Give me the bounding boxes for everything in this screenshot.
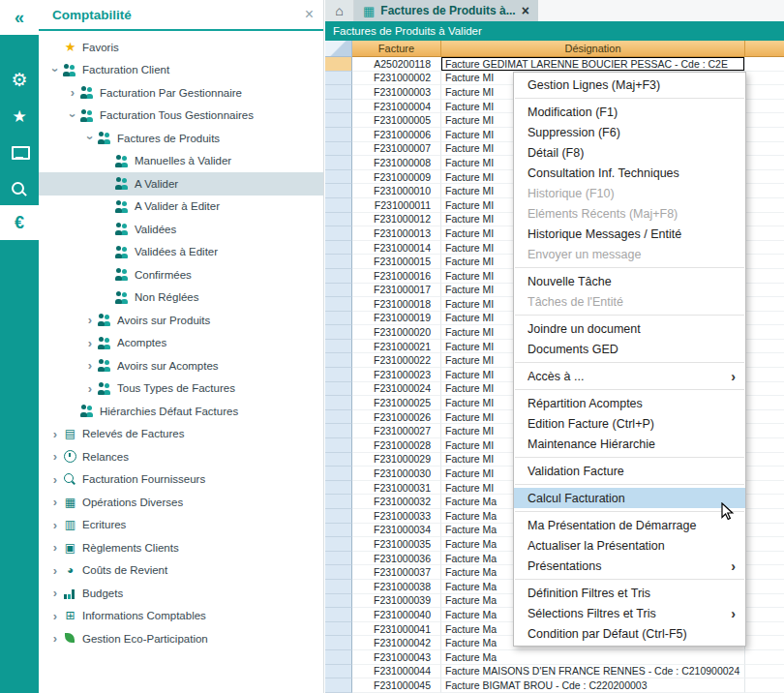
context-menu-item[interactable]: Répartition Acomptes <box>514 393 745 413</box>
tree-item[interactable]: Manuelles à Valider <box>39 150 323 173</box>
invoice-number-cell[interactable]: F231000040 <box>352 608 441 622</box>
row-selector-cell[interactable] <box>325 184 352 198</box>
chevron-icon[interactable] <box>83 381 97 396</box>
invoice-number-cell[interactable]: F231000013 <box>352 226 441 241</box>
row-selector-cell[interactable] <box>325 325 352 340</box>
context-menu-item[interactable]: Sélections Filtres et Tris <box>514 603 745 623</box>
chevron-icon[interactable] <box>48 449 62 464</box>
invoice-number-cell[interactable]: F231000038 <box>352 580 441 594</box>
settings-rail-button[interactable] <box>0 68 39 91</box>
context-menu-item[interactable]: Présentations <box>514 556 745 576</box>
invoice-number-cell[interactable]: F231000012 <box>352 213 441 227</box>
tree-item[interactable]: Facturation Tous Gestionnaires <box>39 105 323 128</box>
context-menu-item[interactable]: Calcul Facturation <box>514 488 745 508</box>
row-selector-cell[interactable] <box>325 608 352 622</box>
context-menu-item[interactable]: Tâches de l'Entité <box>514 291 745 312</box>
context-menu-item[interactable]: Consultation Inf. Techniques <box>514 163 745 183</box>
context-menu-item[interactable] <box>515 362 744 363</box>
row-selector-cell[interactable] <box>325 438 352 453</box>
tree-item[interactable]: Tous Types de Factures <box>39 377 323 401</box>
row-selector-cell[interactable] <box>325 128 352 142</box>
row-selector-cell[interactable] <box>325 622 352 637</box>
context-menu-item[interactable]: Gestion Lignes (Maj+F3) <box>514 75 745 95</box>
tree-item[interactable]: Opérations Diverses <box>39 491 323 514</box>
chevron-icon[interactable] <box>48 586 62 600</box>
row-selector-cell[interactable] <box>325 382 352 397</box>
row-selector-cell[interactable] <box>325 580 352 594</box>
context-menu-item[interactable] <box>515 511 744 512</box>
row-selector-cell[interactable] <box>325 481 352 496</box>
tree-item[interactable]: Validées <box>39 218 323 241</box>
invoice-number-cell[interactable]: F231000041 <box>352 622 441 637</box>
chevron-icon[interactable] <box>66 108 80 122</box>
invoice-number-cell[interactable]: F231000028 <box>352 438 441 453</box>
active-tab[interactable]: Factures de Produits à... <box>354 0 538 21</box>
invoice-number-cell[interactable]: F231000024 <box>352 382 441 397</box>
designation-cell[interactable]: Facture BIGMAT BROU - Cde : C220200003 <box>441 678 745 693</box>
invoice-number-cell[interactable]: F231000045 <box>352 678 441 693</box>
context-menu-item[interactable]: Envoyer un message <box>514 244 745 264</box>
row-selector-cell[interactable] <box>325 524 352 538</box>
invoice-number-cell[interactable]: F231000029 <box>352 453 441 467</box>
accounting-rail-button-active[interactable] <box>0 205 39 240</box>
invoice-number-cell[interactable]: F231000035 <box>352 537 441 552</box>
tree-item[interactable]: Coûts de Revient <box>39 559 323 583</box>
close-panel-icon[interactable] <box>305 6 314 23</box>
row-selector-cell[interactable] <box>325 142 352 157</box>
invoice-number-cell[interactable]: F231000016 <box>352 269 441 284</box>
table-row[interactable]: F231000045 Facture BIGMAT BROU - Cde : C… <box>325 678 784 693</box>
row-selector-cell[interactable] <box>325 678 352 693</box>
row-selector-cell[interactable] <box>325 552 352 566</box>
context-menu-item[interactable] <box>515 267 744 268</box>
table-row[interactable]: F231000044 Facture MAISONS D'EN FRANCE R… <box>325 665 784 679</box>
invoice-number-cell[interactable]: F231000031 <box>352 481 441 496</box>
row-selector-cell[interactable] <box>325 170 352 185</box>
invoice-number-cell[interactable]: F231000010 <box>352 184 441 198</box>
search-rail-button[interactable] <box>0 178 39 201</box>
context-menu-item[interactable]: Suppression (F6) <box>514 122 745 142</box>
tree-item[interactable]: Budgets <box>39 582 323 605</box>
row-selector-cell[interactable] <box>325 467 352 481</box>
row-selector-cell[interactable] <box>325 57 352 72</box>
row-selector-cell[interactable] <box>325 226 352 241</box>
invoice-number-cell[interactable]: F231000011 <box>352 198 441 213</box>
row-selector-cell[interactable] <box>325 113 352 128</box>
invoice-number-cell[interactable]: F231000037 <box>352 565 441 580</box>
chevron-icon[interactable] <box>48 631 62 646</box>
table-row[interactable]: A250200118 Facture GEDIMAT LARENNE BOUCI… <box>325 57 784 72</box>
invoice-number-cell[interactable]: F231000044 <box>352 665 441 679</box>
invoice-number-cell[interactable]: F231000026 <box>352 410 441 425</box>
chevron-icon[interactable] <box>48 563 62 578</box>
context-menu-item[interactable]: Joindre un document <box>514 318 745 339</box>
tree-item[interactable]: Facturation Client <box>39 59 323 82</box>
tree-item[interactable]: Relevés de Factures <box>39 423 323 446</box>
row-selector-cell[interactable] <box>325 565 352 580</box>
tree-item[interactable]: Avoirs sur Produits <box>39 309 323 332</box>
invoice-number-cell[interactable]: F231000003 <box>352 85 441 100</box>
invoice-number-cell[interactable]: F231000019 <box>352 312 441 326</box>
context-menu-item[interactable] <box>515 579 744 580</box>
row-selector-cell[interactable] <box>325 495 352 509</box>
row-selector-cell[interactable] <box>325 340 352 354</box>
row-selector-cell[interactable] <box>325 509 352 524</box>
context-menu-item[interactable]: Edition Facture (Ctrl+P) <box>514 413 745 434</box>
row-selector-cell[interactable] <box>325 312 352 326</box>
tree-item[interactable]: Règlements Clients <box>39 536 323 559</box>
tree-item[interactable]: Factures de Produits <box>39 127 323 150</box>
row-selector-cell[interactable] <box>325 650 352 665</box>
invoice-number-cell[interactable]: F231000017 <box>352 284 441 298</box>
invoice-number-cell[interactable]: F231000036 <box>352 552 441 566</box>
designation-cell[interactable]: Facture MAISONS D'EN FRANCE RENNES - Cde… <box>441 665 745 679</box>
context-menu-item[interactable] <box>515 98 744 99</box>
invoice-number-cell[interactable]: F231000022 <box>352 353 441 368</box>
tree-item[interactable]: A Valider à Editer <box>39 196 323 219</box>
row-selector-cell[interactable] <box>325 284 352 298</box>
tree-item[interactable]: A Valider <box>39 172 323 196</box>
chevron-icon[interactable] <box>48 472 62 487</box>
tree-item[interactable]: Non Réglées <box>39 286 323 310</box>
invoice-number-cell[interactable]: F231000032 <box>352 495 441 509</box>
tree-item[interactable]: Informations Comptables <box>39 605 323 628</box>
context-menu-item[interactable]: Nouvelle Tâche <box>514 271 745 291</box>
table-row[interactable]: F231000043 Facture Ma <box>325 650 784 665</box>
invoice-number-cell[interactable]: F231000023 <box>352 368 441 382</box>
